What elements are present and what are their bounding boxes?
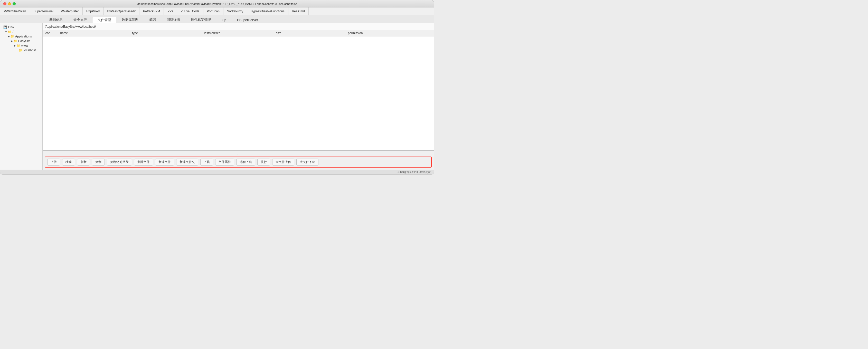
action-buttons-container: 上传移动刷新复制复制绝对路径删除文件新建文件新建文件夹下载文件属性远程下载执行大… bbox=[45, 157, 432, 167]
top-nav-item-bypassdisablefunctions[interactable]: BypassDisableFunctions bbox=[247, 7, 288, 15]
sidebar-item-label: Disk bbox=[8, 25, 14, 29]
action-btn-复制绝对路径[interactable]: 复制绝对路径 bbox=[107, 159, 132, 165]
top-nav-item-pps[interactable]: PPs bbox=[164, 7, 177, 15]
sidebar-item-label: localhost bbox=[24, 49, 36, 52]
action-btn-文件属性[interactable]: 文件属性 bbox=[215, 159, 234, 165]
sidebar-item-localhost[interactable]: 📁localhost bbox=[0, 48, 42, 53]
col-lastmodified: lastModified bbox=[202, 30, 274, 36]
sidebar-item-label: EasySrv bbox=[18, 39, 30, 43]
tab-Zip[interactable]: Zip bbox=[216, 17, 231, 23]
sidebar-item-Disk[interactable]: 💾Disk bbox=[0, 25, 42, 30]
action-btn-新建文件夹[interactable]: 新建文件夹 bbox=[176, 159, 198, 165]
tab-bar: 基础信息命令执行文件管理数据库管理笔记网络详情插件标签管理ZipPSuperSe… bbox=[0, 15, 434, 23]
folder-icon: 📁 bbox=[19, 49, 23, 52]
sidebar-item-Applications[interactable]: ▶📁Applications bbox=[0, 34, 42, 39]
sidebar-item-root[interactable]: ▼📁/ bbox=[0, 30, 42, 34]
top-nav-item-p_eval_code[interactable]: P_Eval_Code bbox=[177, 7, 203, 15]
status-bar: CSDN@贡系图PHPJAVA交友 bbox=[0, 170, 434, 174]
col-icon: icon bbox=[43, 30, 58, 36]
action-btn-上传[interactable]: 上传 bbox=[47, 159, 60, 165]
sidebar-resize-handle[interactable]: ⋮ bbox=[0, 167, 2, 170]
titlebar: Url:http://localhost/shell.php Payload:P… bbox=[0, 0, 434, 7]
minimize-button[interactable] bbox=[8, 2, 11, 5]
sidebar-item-label: www bbox=[21, 44, 28, 47]
sidebar-item-label: / bbox=[12, 30, 13, 34]
tab-网络详情[interactable]: 网络详情 bbox=[161, 17, 185, 23]
top-nav-item-pattackfpm[interactable]: PAttackFPM bbox=[140, 7, 164, 15]
main-window: Url:http://localhost/shell.php Payload:P… bbox=[0, 0, 434, 174]
tab-插件标签管理[interactable]: 插件标签管理 bbox=[185, 17, 216, 23]
tab-笔记[interactable]: 笔记 bbox=[144, 17, 161, 23]
window-title: Url:http://localhost/shell.php Payload:P… bbox=[137, 2, 297, 5]
action-btn-新建文件[interactable]: 新建文件 bbox=[155, 159, 174, 165]
action-btn-远程下载[interactable]: 远程下载 bbox=[236, 159, 255, 165]
file-table: icon name type lastModified size permiss… bbox=[43, 30, 434, 150]
action-btn-刷新[interactable]: 刷新 bbox=[77, 159, 90, 165]
top-nav-item-superterminal[interactable]: SuperTerminal bbox=[30, 7, 57, 15]
tab-PSuperServer[interactable]: PSuperServer bbox=[231, 17, 264, 23]
path-bar: /Applications/EasySrv/www/localhost/ bbox=[43, 23, 434, 30]
sidebar-item-www[interactable]: ▶📁www bbox=[0, 43, 42, 48]
folder-icon: 📁 bbox=[10, 35, 14, 38]
col-permission: permission bbox=[346, 30, 434, 36]
current-path: /Applications/EasySrv/www/localhost/ bbox=[45, 25, 96, 29]
top-nav-item-portscan[interactable]: PortScan bbox=[204, 7, 223, 15]
col-size: size bbox=[274, 30, 346, 36]
action-bar-dots-top: ··· bbox=[45, 153, 432, 156]
action-btn-大文件上传[interactable]: 大文件上传 bbox=[272, 159, 294, 165]
action-btn-复制[interactable]: 复制 bbox=[92, 159, 105, 165]
tab-文件管理[interactable]: 文件管理 bbox=[92, 17, 116, 23]
folder-icon: 💾 bbox=[3, 25, 7, 29]
tab-数据库管理[interactable]: 数据库管理 bbox=[116, 17, 144, 23]
status-text: CSDN@贡系图PHPJAVA交友 bbox=[397, 170, 431, 174]
close-button[interactable] bbox=[3, 2, 6, 5]
sidebar-item-label: Applications bbox=[15, 35, 32, 38]
col-name: name bbox=[58, 30, 130, 36]
folder-icon: 📁 bbox=[13, 39, 17, 43]
top-nav-item-socksproxy[interactable]: SocksProxy bbox=[223, 7, 247, 15]
file-panel: /Applications/EasySrv/www/localhost/ ico… bbox=[43, 23, 434, 170]
action-bar-wrapper: ··· 上传移动刷新复制复制绝对路径删除文件新建文件新建文件夹下载文件属性远程下… bbox=[43, 150, 434, 170]
action-btn-下载[interactable]: 下载 bbox=[200, 159, 213, 165]
traffic-lights bbox=[3, 2, 16, 5]
top-nav-item-realcmd[interactable]: RealCmd bbox=[288, 7, 309, 15]
sidebar-tree: 💾Disk▼📁/▶📁Applications▶📁EasySrv▶📁www📁loc… bbox=[0, 23, 42, 167]
action-btn-移动[interactable]: 移动 bbox=[62, 159, 75, 165]
action-btn-大文件下载[interactable]: 大文件下载 bbox=[296, 159, 318, 165]
main-content: 💾Disk▼📁/▶📁Applications▶📁EasySrv▶📁www📁loc… bbox=[0, 23, 434, 170]
tab-基础信息[interactable]: 基础信息 bbox=[44, 17, 68, 23]
action-btn-执行[interactable]: 执行 bbox=[257, 159, 270, 165]
top-nav-item-pmeterpreter[interactable]: PMeterpreter bbox=[57, 7, 83, 15]
maximize-button[interactable] bbox=[12, 2, 16, 5]
folder-icon: 📁 bbox=[17, 44, 20, 47]
top-nav-item-pwebshellscan[interactable]: PWebShellScan bbox=[0, 7, 30, 15]
top-nav-item-bypassopenbasedir[interactable]: ByPassOpenBasedir bbox=[104, 7, 140, 15]
sidebar-item-EasySrv[interactable]: ▶📁EasySrv bbox=[0, 39, 42, 43]
top-nav-item-httpproxy[interactable]: HttpProxy bbox=[83, 7, 104, 15]
col-type: type bbox=[130, 30, 202, 36]
sidebar: 💾Disk▼📁/▶📁Applications▶📁EasySrv▶📁www📁loc… bbox=[0, 23, 43, 170]
top-nav: PWebShellScanSuperTerminalPMeterpreterHt… bbox=[0, 7, 434, 15]
tab-命令执行[interactable]: 命令执行 bbox=[68, 17, 92, 23]
folder-icon: 📁 bbox=[8, 30, 11, 34]
action-btn-删除文件[interactable]: 删除文件 bbox=[134, 159, 153, 165]
